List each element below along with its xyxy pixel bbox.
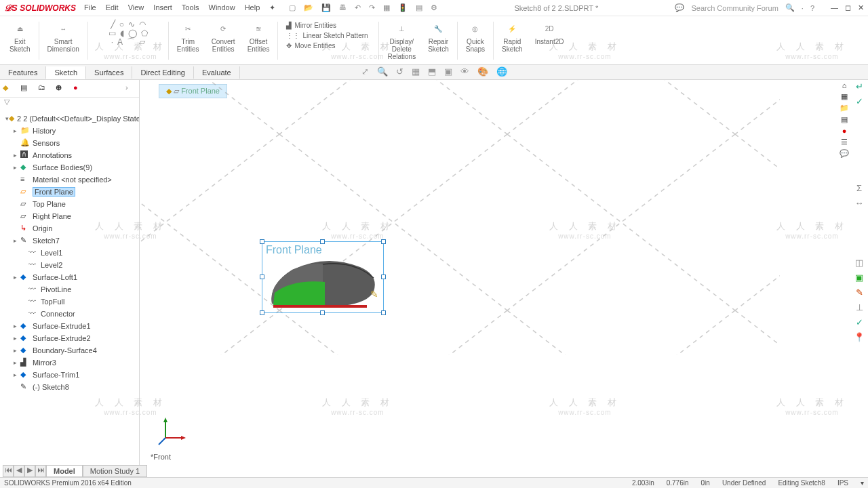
ok-icon[interactable]: ↵ [853,81,865,94]
offset-entities-button[interactable]: ≋Offset Entities [242,19,275,62]
status-arrow-icon[interactable]: ▾ [861,479,864,487]
search-icon[interactable]: 🔍 [785,3,795,12]
open-icon[interactable]: 📂 [304,3,313,12]
model-mouse[interactable] [265,258,384,312]
ref2-icon[interactable]: ▣ [853,272,865,285]
ref3-icon[interactable]: ✎ [853,287,865,300]
view-palette-icon[interactable]: ▤ [841,115,848,124]
sigma-icon[interactable]: Σ [853,183,865,195]
redo-icon[interactable]: ↷ [369,3,375,12]
config-icon[interactable]: 🗂 [38,83,49,94]
tab-first-icon[interactable]: ⏮ [3,465,14,477]
tree-boundary[interactable]: ▸◆Boundary-Surface4 [0,344,139,357]
tree-annotations[interactable]: ▸🅰Annotations [0,149,139,161]
linear-pattern-icon[interactable]: ⋮⋮ [286,32,300,39]
tree-material[interactable]: ≡Material <not specified> [0,174,139,186]
property-icon[interactable]: ▤ [20,83,31,94]
tree-sensors[interactable]: 🔔Sensors [0,137,139,149]
tree-connector[interactable]: 〰Connector [0,308,139,320]
undo-icon[interactable]: ↶ [355,3,361,12]
tab-surfaces[interactable]: Surfaces [86,66,132,79]
tree-top-plane[interactable]: ▱Top Plane [0,198,139,210]
appearance-icon[interactable]: 🎨 [477,66,488,77]
quick-snaps-button[interactable]: ◎Quick Snaps [460,19,490,62]
menu-edit[interactable]: Edit [106,3,119,12]
mirror-icon[interactable]: ▟ [286,22,292,29]
rebuild-icon[interactable]: 🚦 [398,3,408,12]
feature-tree-icon[interactable]: ◆ [3,83,14,94]
hide-show-icon[interactable]: 👁 [460,66,469,77]
print-icon[interactable]: 🖶 [339,3,347,12]
display-icon[interactable]: ● [73,83,84,94]
new-icon[interactable]: ▢ [289,3,296,12]
menu-tools[interactable]: Tools [182,3,199,12]
tree-root[interactable]: ▾◆2 2 (Default<<Default>_Display State 1… [0,113,139,125]
maximize-icon[interactable]: ◻ [845,3,851,12]
tree-level1[interactable]: 〰Level1 [0,247,139,259]
minimize-icon[interactable]: — [831,3,838,12]
repair-sketch-button[interactable]: 🔧Repair Sketch [422,19,454,62]
tree-sketch7[interactable]: ▸✎Sketch7 [0,235,139,247]
zoom-fit-icon[interactable]: ⤢ [361,66,369,77]
forum-icon[interactable]: 💬 [840,149,849,158]
tab-direct-editing[interactable]: Direct Editing [132,66,193,79]
plane-icon[interactable]: ▱ [139,38,145,47]
tree-right-plane[interactable]: ▱Right Plane [0,210,139,222]
appearances-icon[interactable]: ● [842,127,847,135]
tab-prev-icon[interactable]: ◀ [14,465,24,477]
search-input[interactable]: Search Community Forum [691,4,778,12]
move-icon[interactable]: ✥ [286,42,292,49]
fillet-icon[interactable]: ⌒ [127,38,135,47]
point-icon[interactable]: · [111,38,113,47]
resources-icon[interactable]: ▦ [841,92,848,101]
home-icon[interactable]: ⌂ [842,81,847,89]
tree-trim1[interactable]: ▸◆Surface-Trim1 [0,369,139,381]
tab-last-icon[interactable]: ⏭ [35,465,46,477]
instant2d-button[interactable]: 2DInstant2D [530,19,570,62]
tree-extrude1[interactable]: ▸◆Surface-Extrude1 [0,320,139,332]
tree-loft1[interactable]: ▸◆Surface-Loft1 [0,271,139,283]
menu-help[interactable]: Help [245,3,260,12]
library-icon[interactable]: 📁 [840,104,849,113]
tab-sketch[interactable]: Sketch [46,66,86,79]
smart-dimension-button[interactable]: ↔Smart Dimension [42,19,85,62]
text-icon[interactable]: A [117,38,123,47]
menu-view[interactable]: View [128,3,144,12]
exit-sketch-button[interactable]: ⏏Exit Sketch [4,19,36,62]
close-icon[interactable]: ✕ [858,3,864,12]
expand-icon[interactable]: › [125,83,136,94]
menu-insert[interactable]: Insert [153,3,172,12]
options-icon[interactable]: ▤ [416,3,422,12]
breadcrumb[interactable]: ◆ ▱ Front Plane [159,84,227,98]
tree-sketch8[interactable]: ✎(-) Sketch8 [0,381,139,393]
rapid-sketch-button[interactable]: ⚡Rapid Sketch [496,19,528,62]
help-icon[interactable]: ? [810,4,814,12]
view-orient-icon[interactable]: ⬒ [428,66,436,77]
tree-history[interactable]: ▸📁History [0,125,139,137]
tree-pivot[interactable]: 〰PivotLine [0,283,139,296]
display-style-icon[interactable]: ▣ [444,66,452,77]
trim-entities-button[interactable]: ✂Trim Entities [172,19,205,62]
tree-front-plane[interactable]: ▱Front Plane [0,186,139,198]
ref4-icon[interactable]: ⊥ [853,302,865,314]
section-icon[interactable]: ▦ [412,66,420,77]
tree-surface-bodies[interactable]: ▸◆Surface Bodies(9) [0,161,139,174]
menu-window[interactable]: Window [209,3,235,12]
ref5-icon[interactable]: ✓ [853,317,865,329]
tab-evaluate[interactable]: Evaluate [194,66,240,79]
tree-extrude2[interactable]: ▸◆Surface-Extrude2 [0,332,139,344]
tree-topfull[interactable]: 〰TopFull [0,296,139,308]
tree-level2[interactable]: 〰Level2 [0,259,139,271]
ref1-icon[interactable]: ◫ [853,258,865,270]
tree-origin[interactable]: ↳Origin [0,222,139,235]
prev-view-icon[interactable]: ↺ [396,66,403,77]
tab-motion-study[interactable]: Motion Study 1 [83,465,147,477]
cloud-icon[interactable]: 💬 [675,3,684,12]
tab-features[interactable]: Features [0,66,46,79]
graphics-viewport[interactable]: ◆ ▱ Front Plane Front Plane ✎ [140,80,868,477]
ref6-icon[interactable]: 📍 [853,332,865,344]
filter-row[interactable]: ▽ [0,98,139,111]
dim-side-icon[interactable]: ↔ [853,198,865,210]
zoom-area-icon[interactable]: 🔍 [377,66,388,77]
select-icon[interactable]: ▦ [383,3,390,12]
